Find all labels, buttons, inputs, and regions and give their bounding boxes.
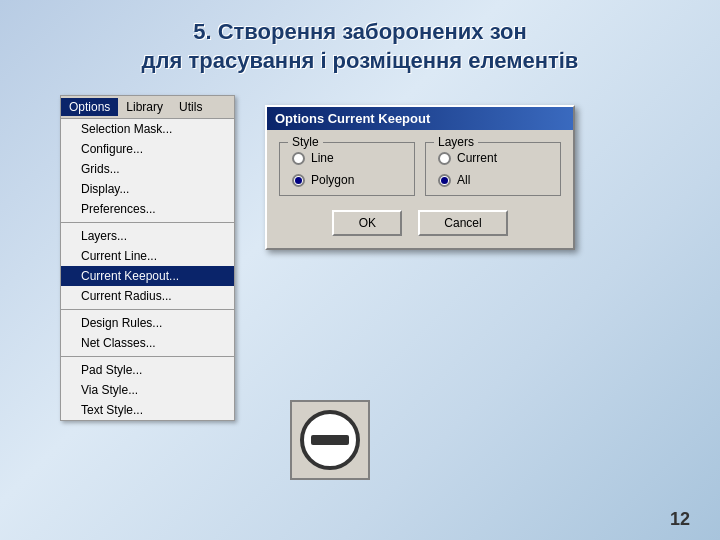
layers-group: Layers Current All bbox=[425, 142, 561, 196]
menu-item-preferences[interactable]: Preferences... bbox=[61, 199, 234, 219]
menu-divider-1 bbox=[61, 222, 234, 223]
menu-item-display[interactable]: Display... bbox=[61, 179, 234, 199]
menu-item-via-style[interactable]: Via Style... bbox=[61, 380, 234, 400]
dialog-buttons: OK Cancel bbox=[279, 210, 561, 236]
menu-bar: Options Library Utils bbox=[61, 96, 234, 119]
layers-current-label: Current bbox=[457, 151, 497, 165]
style-line-label: Line bbox=[311, 151, 334, 165]
no-entry-circle bbox=[300, 410, 360, 470]
menu-item-configure[interactable]: Configure... bbox=[61, 139, 234, 159]
style-line-option[interactable]: Line bbox=[292, 151, 402, 165]
keepout-dialog: Options Current Keepout Style Line Polyg… bbox=[265, 105, 575, 250]
menu-item-selection-mask[interactable]: Selection Mask... bbox=[61, 119, 234, 139]
ok-button[interactable]: OK bbox=[332, 210, 402, 236]
menu-item-current-line[interactable]: Current Line... bbox=[61, 246, 234, 266]
no-entry-bar bbox=[311, 435, 349, 445]
layers-group-label: Layers bbox=[434, 135, 478, 149]
title-line1: 5. Створення заборонених зон bbox=[20, 18, 700, 47]
style-polygon-label: Polygon bbox=[311, 173, 354, 187]
menu-bar-options[interactable]: Options bbox=[61, 98, 118, 116]
dialog-titlebar: Options Current Keepout bbox=[267, 107, 573, 130]
style-line-radio[interactable] bbox=[292, 152, 305, 165]
menu-bar-library[interactable]: Library bbox=[118, 98, 171, 116]
menu-bar-utils[interactable]: Utils bbox=[171, 98, 210, 116]
style-group: Style Line Polygon bbox=[279, 142, 415, 196]
menu-item-pad-style[interactable]: Pad Style... bbox=[61, 360, 234, 380]
layers-current-radio[interactable] bbox=[438, 152, 451, 165]
layers-current-option[interactable]: Current bbox=[438, 151, 548, 165]
layers-all-label: All bbox=[457, 173, 470, 187]
menu-item-design-rules[interactable]: Design Rules... bbox=[61, 313, 234, 333]
cancel-button[interactable]: Cancel bbox=[418, 210, 507, 236]
layers-all-radio[interactable] bbox=[438, 174, 451, 187]
dialog-body: Style Line Polygon Layers Curren bbox=[267, 130, 573, 248]
content-area: Options Library Utils Selection Mask... … bbox=[0, 85, 720, 431]
menu-divider-3 bbox=[61, 356, 234, 357]
options-menu: Options Library Utils Selection Mask... … bbox=[60, 95, 235, 421]
menu-item-current-radius[interactable]: Current Radius... bbox=[61, 286, 234, 306]
dialog-option-groups: Style Line Polygon Layers Curren bbox=[279, 142, 561, 196]
menu-divider-2 bbox=[61, 309, 234, 310]
page-number: 12 bbox=[670, 509, 690, 530]
style-polygon-radio[interactable] bbox=[292, 174, 305, 187]
layers-all-option[interactable]: All bbox=[438, 173, 548, 187]
no-entry-sign bbox=[290, 400, 370, 480]
style-polygon-option[interactable]: Polygon bbox=[292, 173, 402, 187]
dialog-title: Options Current Keepout bbox=[275, 111, 430, 126]
slide-title: 5. Створення заборонених зон для трасува… bbox=[0, 0, 720, 85]
menu-item-grids[interactable]: Grids... bbox=[61, 159, 234, 179]
menu-item-net-classes[interactable]: Net Classes... bbox=[61, 333, 234, 353]
no-entry-box bbox=[290, 400, 370, 480]
style-group-label: Style bbox=[288, 135, 323, 149]
menu-item-current-keepout[interactable]: Current Keepout... bbox=[61, 266, 234, 286]
menu-item-text-style[interactable]: Text Style... bbox=[61, 400, 234, 420]
menu-item-layers[interactable]: Layers... bbox=[61, 226, 234, 246]
title-line2: для трасування і розміщення елементів bbox=[20, 47, 700, 76]
